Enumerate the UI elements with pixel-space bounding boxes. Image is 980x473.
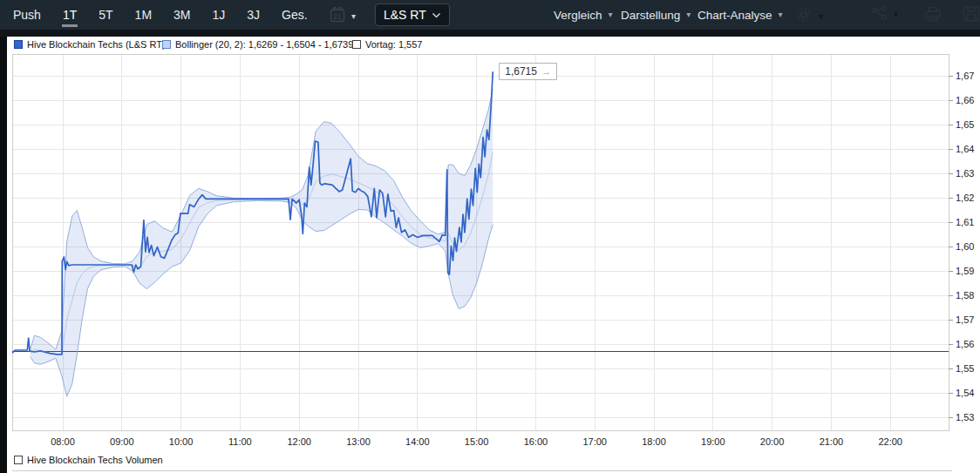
bollinger-upper-line	[31, 89, 493, 349]
x-axis-label: 13:00	[346, 436, 371, 447]
calendar-day-number: 21	[333, 12, 342, 21]
x-axis-label: 18:00	[642, 436, 666, 447]
menu-darstellung[interactable]: Darstellung ▾	[621, 0, 691, 30]
y-axis-label: 1,62	[956, 193, 974, 203]
volume-legend: Hive Blockchain Techs Volumen	[0, 452, 980, 468]
menu-darstellung-label: Darstellung	[621, 9, 680, 22]
legend-price-series: Hive Blockchain Techs (L&S RT)	[14, 37, 166, 52]
menu-vergleich[interactable]: Vergleich ▾	[554, 0, 613, 30]
x-axis-label: 12:00	[287, 436, 311, 447]
range-tab-bar: Push 1T 5T 1M 3M 1J 3J Ges.	[12, 0, 309, 30]
menu-vergleich-label: Vergleich	[554, 9, 602, 22]
x-axis-label: 14:00	[405, 436, 430, 447]
tab-1m[interactable]: 1M	[134, 0, 153, 30]
x-axis-label: 08:00	[51, 436, 75, 447]
legend-vortag-label: Vortag: 1,557	[365, 39, 422, 50]
x-axis-label: 09:00	[110, 436, 134, 447]
calendar-icon: 21	[328, 5, 347, 28]
price-line	[13, 72, 493, 355]
save-button[interactable]	[962, 5, 980, 26]
y-axis-label: 1,56	[956, 339, 974, 349]
print-button[interactable]	[922, 5, 943, 26]
y-axis-label: 1,65	[956, 119, 974, 130]
x-axis-label: 22:00	[878, 436, 902, 447]
menu-chart-analyse-label: Chart-Analyse	[698, 9, 772, 22]
chart-toolbar: Push 1T 5T 1M 3M 1J 3J Ges. 21 ▾ L&S RT …	[0, 0, 980, 30]
x-axis-label: 11:00	[228, 436, 252, 447]
legend-bollinger-label: Bollinger (20, 2): 1,6269 - 1,6504 - 1,6…	[175, 39, 353, 50]
y-axis-label: 1,67	[956, 71, 974, 81]
menu-chart-analyse[interactable]: Chart-Analyse ▾	[698, 0, 783, 30]
push-toggle[interactable]: Push	[12, 0, 42, 30]
calendar-caret-icon: ▾	[351, 12, 356, 21]
y-axis-label: 1,58	[956, 290, 974, 301]
x-axis-label: 16:00	[524, 436, 548, 447]
bollinger-band-fill	[31, 89, 493, 396]
chevron-down-icon: ▾	[779, 10, 783, 19]
chart-legend: Hive Blockchain Techs (L&S RT) Bollinger…	[0, 37, 980, 52]
legend-vortag: Vortag: 1,557	[352, 37, 422, 52]
tab-1j[interactable]: 1J	[212, 0, 227, 30]
volume-plot-border	[12, 470, 952, 471]
feed-select[interactable]: L&S RT	[375, 3, 450, 26]
volume-color-swatch	[14, 456, 23, 464]
share-button[interactable]: ▾	[871, 5, 898, 24]
legend-bollinger: Bollinger (20, 2): 1,6269 - 1,6504 - 1,6…	[162, 37, 353, 52]
tab-5t[interactable]: 5T	[98, 0, 113, 30]
vortag-color-swatch	[352, 40, 361, 49]
y-axis-label: 1,63	[956, 168, 974, 179]
tab-1t[interactable]: 1T	[62, 0, 78, 30]
x-axis-label: 15:00	[465, 436, 489, 447]
x-axis-label: 21:00	[820, 436, 844, 447]
tab-3m[interactable]: 3M	[173, 0, 191, 30]
x-axis-label: 17:00	[582, 436, 607, 447]
toolbar-divider	[0, 30, 980, 37]
legend-volume-label: Hive Blockchain Techs Volumen	[27, 455, 163, 465]
series-color-swatch	[14, 40, 23, 49]
chevron-down-icon	[432, 12, 441, 18]
y-axis-label: 1,66	[956, 95, 974, 105]
widget-left-border	[0, 37, 7, 473]
y-axis-label: 1,57	[956, 314, 974, 325]
date-range-picker[interactable]: 21 ▾	[328, 5, 356, 28]
chevron-down-icon: ▾	[819, 12, 823, 21]
chevron-down-icon: ▾	[609, 10, 613, 19]
bollinger-color-swatch	[162, 40, 171, 49]
last-price-value: 1,6715	[505, 65, 537, 78]
feed-select-value: L&S RT	[384, 8, 426, 22]
tab-3j[interactable]: 3J	[246, 0, 261, 30]
intraday-price-chart[interactable]: 1,671,661,651,641,631,621,611,601,591,58…	[0, 0, 980, 473]
y-axis-label: 1,53	[956, 412, 974, 422]
arrow-right-icon: →	[541, 66, 551, 77]
x-axis-label: 10:00	[169, 436, 194, 447]
x-axis-label: 20:00	[760, 436, 785, 447]
save-icon	[962, 5, 980, 26]
share-nodes-icon	[871, 5, 888, 24]
printer-icon	[922, 5, 943, 26]
last-price-flag: 1,6715 →	[499, 63, 557, 80]
y-axis-label: 1,54	[956, 388, 974, 398]
bollinger-middle-line	[31, 152, 493, 355]
chevron-down-icon: ▾	[894, 10, 898, 19]
y-axis-label: 1,64	[956, 144, 974, 154]
y-axis-label: 1,60	[956, 241, 974, 252]
chevron-down-icon: ▾	[686, 10, 691, 19]
y-axis-label: 1,61	[956, 217, 974, 227]
settings-button[interactable]: ▾	[794, 5, 823, 28]
legend-price-label: Hive Blockchain Techs (L&S RT)	[27, 39, 166, 50]
gear-icon	[794, 5, 813, 28]
y-axis-label: 1,55	[956, 363, 974, 374]
x-axis-label: 19:00	[701, 436, 725, 447]
trading-chart-app: { "toolbar": { "push": "Push", "tabs": […	[0, 0, 980, 473]
y-axis-label: 1,59	[956, 266, 974, 276]
legend-volume-series: Hive Blockchain Techs Volumen	[14, 452, 163, 468]
tab-ges[interactable]: Ges.	[281, 0, 309, 30]
